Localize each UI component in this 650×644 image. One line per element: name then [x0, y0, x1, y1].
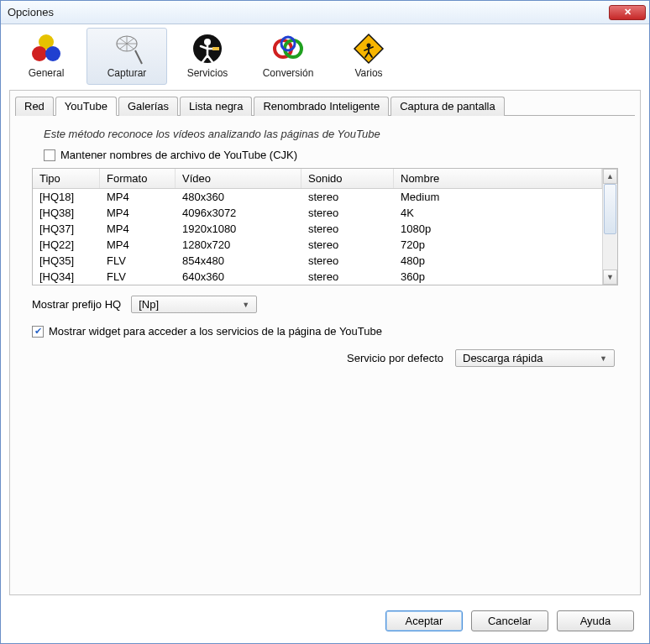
tab-captura-pantalla[interactable]: Captura de pantalla [391, 97, 504, 116]
formats-table: Tipo Formato Vídeo Sonido Nombre [HQ18]M… [32, 168, 618, 285]
table-cell: 4096x3072 [176, 205, 301, 221]
table-cell: stereo [301, 237, 394, 253]
th-tipo[interactable]: Tipo [33, 169, 100, 188]
th-formato[interactable]: Formato [100, 169, 176, 188]
tabs: Red YouTube Galerías Lista negra Renombr… [10, 91, 640, 115]
help-button[interactable]: Ayuda [557, 610, 634, 631]
toolbar-label: General [29, 67, 65, 79]
prefix-label: Mostrar prefijo HQ [32, 298, 121, 311]
toolbar-label: Conversión [263, 67, 314, 79]
footer: Aceptar Cancelar Ayuda [1, 602, 649, 643]
prefix-value: [Np] [139, 298, 159, 311]
service-select[interactable]: Descarga rápida ▼ [455, 349, 615, 367]
table-cell: [HQ35] [33, 253, 100, 269]
net-icon [110, 32, 144, 65]
warning-sign-icon [352, 32, 385, 65]
service-label: Servicio por defecto [347, 352, 443, 364]
content-frame: Red YouTube Galerías Lista negra Renombr… [9, 90, 641, 595]
widget-checkbox-label: Mostrar widget para acceder a los servic… [49, 325, 382, 338]
service-row: Servicio por defecto Descarga rápida ▼ [32, 349, 618, 367]
table-cell: [HQ18] [33, 189, 100, 205]
table-cell: FLV [100, 269, 176, 285]
table-cell: 360p [394, 269, 602, 285]
toolbar-capturar[interactable]: Capturar [86, 28, 167, 85]
tab-red[interactable]: Red [15, 97, 54, 116]
toolbar: General Capturar Servicios Conversión Va… [1, 24, 649, 85]
rings-icon [271, 32, 305, 65]
tab-panel-youtube: Este método reconoce los vídeos analizan… [15, 115, 635, 589]
scroll-thumb[interactable] [604, 184, 616, 234]
table-cell: [HQ38] [33, 205, 100, 221]
table-row[interactable]: [HQ37]MP41920x1080stereo1080p [33, 221, 602, 237]
svg-point-1 [32, 46, 47, 61]
th-nombre[interactable]: Nombre [394, 169, 602, 188]
svg-rect-7 [212, 47, 219, 50]
service-value: Descarga rápida [463, 352, 543, 364]
table-cell: 480p [394, 253, 602, 269]
toolbar-label: Capturar [107, 67, 147, 79]
svg-line-4 [135, 50, 142, 64]
toolbar-servicios[interactable]: Servicios [167, 28, 248, 85]
table-cell: 480x360 [176, 189, 301, 205]
table-cell: Medium [394, 189, 602, 205]
table-row[interactable]: [HQ22]MP41280x720stereo720p [33, 237, 602, 253]
scroll-down-button[interactable]: ▼ [603, 270, 617, 285]
tab-lista-negra[interactable]: Lista negra [180, 97, 252, 116]
hint-text: Este método reconoce los vídeos analizan… [32, 128, 618, 140]
table-cell: MP4 [100, 221, 176, 237]
titlebar: Opciones ✕ [1, 1, 649, 24]
tab-renombrado[interactable]: Renombrado Inteligente [254, 97, 389, 116]
spheres-icon [29, 32, 63, 65]
table-cell: [HQ37] [33, 221, 100, 237]
table-cell: 1920x1080 [176, 221, 301, 237]
cjk-checkbox-label: Mantener nombres de archivo de YouTube (… [60, 149, 297, 161]
cjk-checkbox[interactable] [44, 149, 55, 161]
table-cell: stereo [301, 269, 394, 285]
toolbar-varios[interactable]: Varios [328, 28, 409, 85]
th-sonido[interactable]: Sonido [301, 169, 394, 188]
table-row[interactable]: [HQ38]MP44096x3072stereo4K [33, 205, 602, 221]
th-video[interactable]: Vídeo [176, 169, 301, 188]
window-title: Opciones [8, 6, 54, 18]
table-cell: stereo [301, 253, 394, 269]
toolbar-label: Servicios [187, 67, 228, 79]
tab-youtube[interactable]: YouTube [55, 97, 117, 116]
chevron-down-icon: ▼ [242, 301, 249, 309]
ok-button[interactable]: Aceptar [385, 610, 463, 631]
table-cell: [HQ34] [33, 269, 100, 285]
table-cell: MP4 [100, 237, 176, 253]
chevron-down-icon: ▼ [600, 354, 607, 363]
close-icon: ✕ [624, 7, 632, 18]
widget-checkbox-row: Mostrar widget para acceder a los servic… [32, 325, 618, 338]
table-row[interactable]: [HQ35]FLV854x480stereo480p [33, 253, 602, 269]
close-button[interactable]: ✕ [609, 5, 646, 20]
toolbar-general[interactable]: General [6, 28, 86, 85]
table-cell: 854x480 [176, 253, 301, 269]
person-icon [191, 32, 224, 65]
widget-checkbox[interactable] [32, 326, 44, 338]
toolbar-conversion[interactable]: Conversión [248, 28, 328, 85]
table-cell: stereo [301, 189, 394, 205]
table-cell: MP4 [100, 205, 176, 221]
prefix-row: Mostrar prefijo HQ [Np] ▼ [32, 296, 618, 313]
table-header: Tipo Formato Vídeo Sonido Nombre [33, 169, 602, 189]
table-cell: MP4 [100, 189, 176, 205]
svg-point-2 [45, 46, 60, 61]
table-cell: 1280x720 [176, 237, 301, 253]
table-row[interactable]: [HQ18]MP4480x360stereoMedium [33, 189, 602, 205]
cjk-checkbox-row: Mantener nombres de archivo de YouTube (… [32, 149, 618, 161]
table-cell: 4K [394, 205, 602, 221]
table-cell: stereo [301, 205, 394, 221]
table-cell: [HQ22] [33, 237, 100, 253]
table-cell: 720p [394, 237, 602, 253]
options-window: Opciones ✕ General Capturar Servicios [0, 0, 650, 644]
table-cell: stereo [301, 221, 394, 237]
scroll-up-button[interactable]: ▲ [603, 169, 617, 184]
cancel-button[interactable]: Cancelar [471, 610, 548, 631]
scroll-track[interactable] [603, 184, 617, 270]
tab-galerias[interactable]: Galerías [118, 97, 178, 116]
prefix-select[interactable]: [Np] ▼ [131, 296, 257, 313]
toolbar-label: Varios [354, 67, 382, 79]
table-row[interactable]: [HQ34]FLV640x360stereo360p [33, 269, 602, 285]
table-cell: 1080p [394, 221, 602, 237]
